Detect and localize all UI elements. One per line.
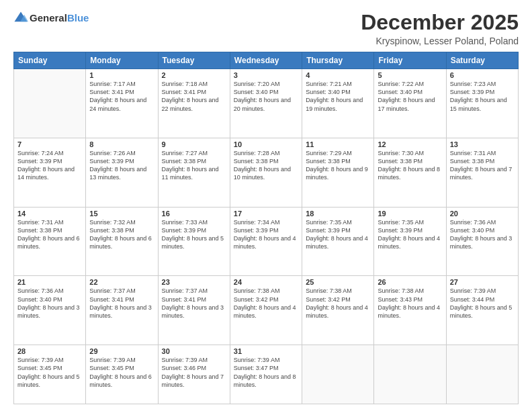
calendar-cell: 14Sunrise: 7:31 AMSunset: 3:38 PMDayligh…	[14, 207, 86, 276]
day-info: Sunrise: 7:37 AMSunset: 3:41 PMDaylight:…	[89, 287, 154, 320]
calendar-cell: 22Sunrise: 7:37 AMSunset: 3:41 PMDayligh…	[86, 276, 158, 345]
day-info: Sunrise: 7:29 AMSunset: 3:38 PMDaylight:…	[306, 149, 370, 182]
day-number: 31	[234, 347, 298, 355]
header: GeneralBlue December 2025 Kryspinow, Les…	[13, 11, 519, 46]
day-number: 15	[89, 210, 154, 218]
weekday-header-wednesday: Wednesday	[230, 52, 302, 69]
day-number: 9	[162, 140, 226, 148]
day-number: 22	[89, 278, 154, 286]
day-number: 1	[89, 71, 154, 79]
day-info: Sunrise: 7:39 AMSunset: 3:47 PMDaylight:…	[234, 356, 298, 389]
calendar-cell: 21Sunrise: 7:36 AMSunset: 3:40 PMDayligh…	[14, 276, 86, 345]
calendar-cell: 24Sunrise: 7:38 AMSunset: 3:42 PMDayligh…	[230, 276, 302, 345]
day-number: 16	[162, 210, 226, 218]
day-number: 24	[234, 278, 298, 286]
day-number: 30	[162, 347, 226, 355]
day-number: 29	[89, 347, 154, 355]
day-info: Sunrise: 7:38 AMSunset: 3:42 PMDaylight:…	[306, 287, 370, 320]
weekday-header-saturday: Saturday	[446, 52, 518, 69]
day-number: 11	[306, 140, 370, 148]
calendar-cell: 7Sunrise: 7:24 AMSunset: 3:39 PMDaylight…	[14, 138, 86, 207]
calendar-cell: 2Sunrise: 7:18 AMSunset: 3:41 PMDaylight…	[158, 69, 230, 138]
day-number: 2	[162, 71, 226, 79]
calendar-table: SundayMondayTuesdayWednesdayThursdayFrid…	[13, 52, 519, 404]
calendar-cell	[14, 69, 86, 138]
calendar-cell: 8Sunrise: 7:26 AMSunset: 3:39 PMDaylight…	[86, 138, 158, 207]
day-info: Sunrise: 7:39 AMSunset: 3:45 PMDaylight:…	[89, 356, 154, 389]
day-number: 25	[306, 278, 370, 286]
weekday-header-thursday: Thursday	[302, 52, 374, 69]
calendar-cell	[446, 345, 518, 404]
day-info: Sunrise: 7:39 AMSunset: 3:44 PMDaylight:…	[450, 287, 515, 320]
day-info: Sunrise: 7:22 AMSunset: 3:40 PMDaylight:…	[378, 80, 442, 113]
day-info: Sunrise: 7:33 AMSunset: 3:39 PMDaylight:…	[162, 218, 226, 251]
month-title: December 2025	[361, 11, 519, 34]
day-number: 5	[378, 71, 442, 79]
calendar-cell: 23Sunrise: 7:37 AMSunset: 3:41 PMDayligh…	[158, 276, 230, 345]
day-info: Sunrise: 7:21 AMSunset: 3:40 PMDaylight:…	[306, 80, 370, 113]
day-info: Sunrise: 7:31 AMSunset: 3:38 PMDaylight:…	[450, 149, 515, 182]
day-info: Sunrise: 7:20 AMSunset: 3:40 PMDaylight:…	[234, 80, 298, 113]
calendar-cell: 4Sunrise: 7:21 AMSunset: 3:40 PMDaylight…	[302, 69, 374, 138]
calendar-cell: 30Sunrise: 7:39 AMSunset: 3:46 PMDayligh…	[158, 345, 230, 404]
day-info: Sunrise: 7:24 AMSunset: 3:39 PMDaylight:…	[17, 149, 82, 182]
calendar-cell: 9Sunrise: 7:27 AMSunset: 3:38 PMDaylight…	[158, 138, 230, 207]
calendar-cell: 3Sunrise: 7:20 AMSunset: 3:40 PMDaylight…	[230, 69, 302, 138]
day-number: 6	[450, 71, 515, 79]
day-number: 3	[234, 71, 298, 79]
day-info: Sunrise: 7:26 AMSunset: 3:39 PMDaylight:…	[89, 149, 154, 182]
calendar-cell: 28Sunrise: 7:39 AMSunset: 3:45 PMDayligh…	[14, 345, 86, 404]
weekday-header-sunday: Sunday	[14, 52, 86, 69]
calendar-cell: 6Sunrise: 7:23 AMSunset: 3:39 PMDaylight…	[446, 69, 518, 138]
page: GeneralBlue December 2025 Kryspinow, Les…	[0, 0, 532, 411]
weekday-header-monday: Monday	[86, 52, 158, 69]
calendar-cell: 26Sunrise: 7:38 AMSunset: 3:43 PMDayligh…	[374, 276, 446, 345]
logo-icon	[13, 11, 28, 26]
day-info: Sunrise: 7:39 AMSunset: 3:45 PMDaylight:…	[17, 356, 82, 389]
weekday-header-tuesday: Tuesday	[158, 52, 230, 69]
weekday-header-friday: Friday	[374, 52, 446, 69]
day-number: 20	[450, 210, 515, 218]
calendar-cell: 18Sunrise: 7:35 AMSunset: 3:39 PMDayligh…	[302, 207, 374, 276]
calendar-cell: 13Sunrise: 7:31 AMSunset: 3:38 PMDayligh…	[446, 138, 518, 207]
location-title: Kryspinow, Lesser Poland, Poland	[361, 36, 519, 46]
title-block: December 2025 Kryspinow, Lesser Poland, …	[361, 11, 519, 46]
logo-text: GeneralBlue	[30, 12, 89, 24]
weekday-header-row: SundayMondayTuesdayWednesdayThursdayFrid…	[14, 52, 519, 69]
day-number: 26	[378, 278, 442, 286]
day-info: Sunrise: 7:36 AMSunset: 3:40 PMDaylight:…	[17, 287, 82, 320]
day-info: Sunrise: 7:31 AMSunset: 3:38 PMDaylight:…	[17, 218, 82, 251]
calendar-week-row: 1Sunrise: 7:17 AMSunset: 3:41 PMDaylight…	[14, 69, 519, 138]
calendar-week-row: 14Sunrise: 7:31 AMSunset: 3:38 PMDayligh…	[14, 207, 519, 276]
calendar-cell: 12Sunrise: 7:30 AMSunset: 3:38 PMDayligh…	[374, 138, 446, 207]
calendar-cell	[302, 345, 374, 404]
day-number: 18	[306, 210, 370, 218]
day-number: 10	[234, 140, 298, 148]
calendar-week-row: 7Sunrise: 7:24 AMSunset: 3:39 PMDaylight…	[14, 138, 519, 207]
day-info: Sunrise: 7:36 AMSunset: 3:40 PMDaylight:…	[450, 218, 515, 251]
day-number: 27	[450, 278, 515, 286]
calendar-cell: 16Sunrise: 7:33 AMSunset: 3:39 PMDayligh…	[158, 207, 230, 276]
day-number: 8	[89, 140, 154, 148]
calendar-cell: 27Sunrise: 7:39 AMSunset: 3:44 PMDayligh…	[446, 276, 518, 345]
calendar-cell	[374, 345, 446, 404]
calendar-cell: 5Sunrise: 7:22 AMSunset: 3:40 PMDaylight…	[374, 69, 446, 138]
calendar-cell: 15Sunrise: 7:32 AMSunset: 3:38 PMDayligh…	[86, 207, 158, 276]
day-number: 14	[17, 210, 82, 218]
calendar-cell: 29Sunrise: 7:39 AMSunset: 3:45 PMDayligh…	[86, 345, 158, 404]
calendar-cell: 31Sunrise: 7:39 AMSunset: 3:47 PMDayligh…	[230, 345, 302, 404]
day-number: 13	[450, 140, 515, 148]
day-number: 19	[378, 210, 442, 218]
day-number: 23	[162, 278, 226, 286]
day-number: 12	[378, 140, 442, 148]
calendar-cell: 10Sunrise: 7:28 AMSunset: 3:38 PMDayligh…	[230, 138, 302, 207]
calendar-cell: 25Sunrise: 7:38 AMSunset: 3:42 PMDayligh…	[302, 276, 374, 345]
day-info: Sunrise: 7:35 AMSunset: 3:39 PMDaylight:…	[378, 218, 442, 251]
day-info: Sunrise: 7:38 AMSunset: 3:43 PMDaylight:…	[378, 287, 442, 320]
day-info: Sunrise: 7:23 AMSunset: 3:39 PMDaylight:…	[450, 80, 515, 113]
day-info: Sunrise: 7:28 AMSunset: 3:38 PMDaylight:…	[234, 149, 298, 182]
day-info: Sunrise: 7:30 AMSunset: 3:38 PMDaylight:…	[378, 149, 442, 182]
day-number: 21	[17, 278, 82, 286]
day-info: Sunrise: 7:17 AMSunset: 3:41 PMDaylight:…	[89, 80, 154, 113]
day-number: 28	[17, 347, 82, 355]
